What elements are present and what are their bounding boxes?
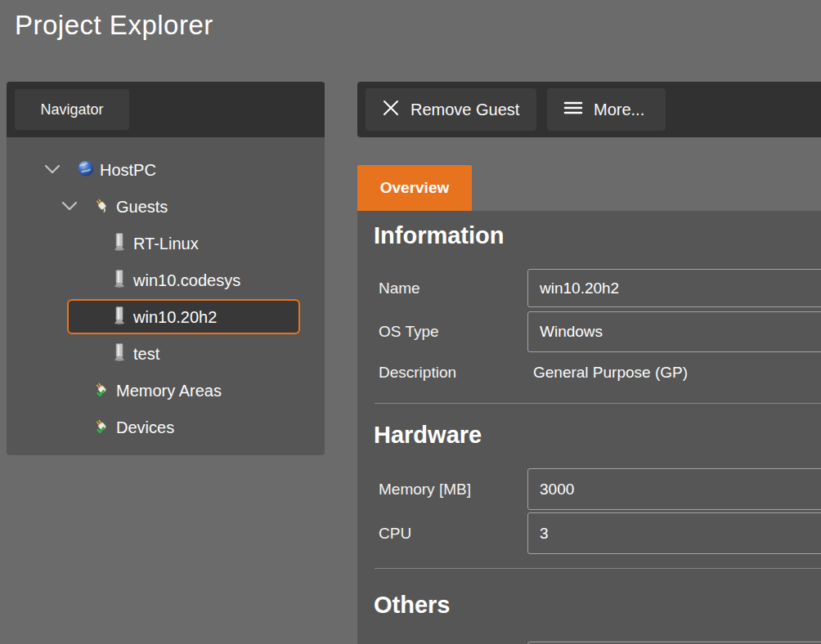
tree-item-label: Memory Areas	[116, 381, 222, 400]
remove-guest-label: Remove Guest	[410, 101, 519, 119]
cpu-field-row: CPU	[357, 512, 821, 554]
description-field-row: Description General Purpose (GP)	[357, 360, 821, 385]
tree-item-memory-areas[interactable]: Memory Areas	[7, 372, 325, 409]
tree-item-win10-20h2-selected[interactable]: win10.20h2	[7, 298, 325, 335]
chevron-down-icon[interactable]	[61, 199, 78, 214]
tree-item-hostpc[interactable]: HostPC	[7, 151, 325, 188]
more-button[interactable]: More...	[547, 88, 666, 131]
navigator-tree: HostPC Guests	[7, 137, 325, 445]
vm-monitor-icon	[113, 342, 126, 364]
page-title: Project Explorer	[15, 10, 213, 41]
memory-input[interactable]	[527, 468, 821, 510]
tree-item-test[interactable]: test	[7, 335, 325, 372]
tree-item-label: Devices	[116, 418, 174, 436]
more-label: More...	[594, 101, 644, 119]
memory-field-row: Memory [MB]	[357, 468, 821, 510]
section-divider	[375, 403, 821, 404]
hardware-heading: Hardware	[374, 422, 482, 449]
cpu-label: CPU	[379, 525, 411, 543]
name-input[interactable]	[527, 269, 821, 307]
name-label: Name	[379, 280, 420, 297]
navigator-tab[interactable]: Navigator	[15, 89, 129, 130]
close-icon	[382, 99, 400, 121]
overview-content-panel: Information Name OS Type Description Gen…	[357, 211, 821, 644]
plug-icon	[93, 196, 110, 217]
tree-item-rt-linux[interactable]: RT-Linux	[7, 225, 325, 262]
tab-overview[interactable]: Overview	[357, 165, 472, 211]
toolbar: Remove Guest More...	[357, 82, 821, 137]
name-field-row: Name	[357, 269, 821, 307]
tree-item-label: win10.codesys	[133, 271, 240, 289]
navigator-header: Navigator	[7, 82, 325, 137]
navigator-panel: Navigator HostPC	[7, 82, 325, 455]
tree-item-devices[interactable]: Devices	[7, 409, 325, 445]
plug-check-icon	[93, 417, 110, 437]
tree-item-label: HostPC	[100, 160, 156, 179]
tree-item-label: test	[133, 344, 159, 363]
information-heading: Information	[374, 222, 505, 249]
vm-monitor-icon	[113, 232, 126, 254]
cpu-input[interactable]	[527, 512, 821, 554]
chevron-down-icon[interactable]	[44, 163, 61, 177]
globe-icon	[77, 159, 95, 181]
os-type-field-row: OS Type	[357, 311, 821, 352]
tree-item-label: RT-Linux	[133, 234, 199, 253]
section-divider	[375, 568, 821, 569]
plug-check-icon	[93, 380, 110, 400]
hamburger-menu-icon	[563, 101, 583, 119]
tree-item-label: Guests	[116, 197, 168, 216]
others-heading: Others	[374, 592, 450, 619]
vm-monitor-icon	[113, 269, 126, 291]
tree-item-win10-codesys[interactable]: win10.codesys	[7, 262, 325, 298]
vm-monitor-icon	[113, 306, 126, 328]
description-value: General Purpose (GP)	[533, 364, 688, 382]
os-type-input[interactable]	[527, 311, 821, 352]
memory-label: Memory [MB]	[379, 481, 471, 499]
tree-item-label: win10.20h2	[133, 307, 217, 326]
tree-item-guests[interactable]: Guests	[7, 188, 325, 225]
description-label: Description	[379, 364, 456, 382]
os-type-label: OS Type	[379, 323, 439, 341]
remove-guest-button[interactable]: Remove Guest	[366, 88, 536, 131]
